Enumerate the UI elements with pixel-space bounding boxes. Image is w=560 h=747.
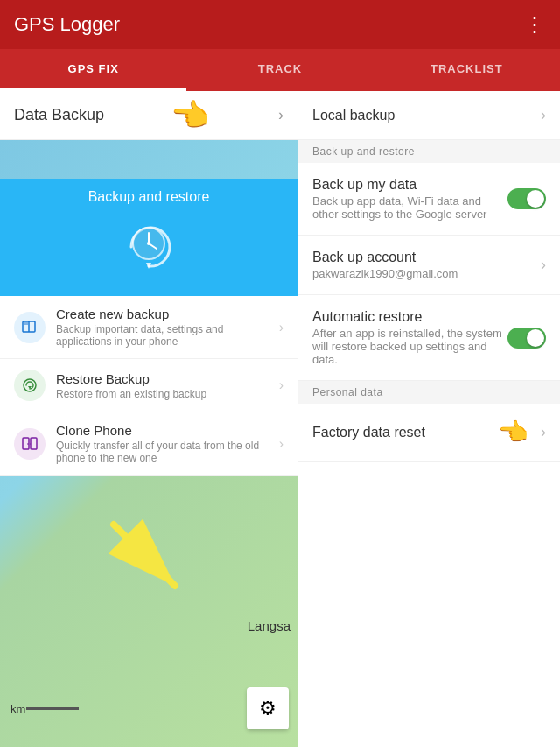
restore-backup-item[interactable]: Restore Backup Restore from an existing … — [0, 359, 298, 412]
local-backup-chevron: › — [541, 106, 546, 124]
section-backup-restore: Back up and restore — [298, 140, 560, 163]
svg-point-8 — [24, 379, 36, 391]
backup-restore-header: Backup and restore — [0, 179, 298, 296]
create-backup-label: Create new backup — [56, 307, 279, 321]
clock-icon — [114, 212, 184, 282]
data-backup-card[interactable]: Data Backup 👉 › — [0, 91, 298, 140]
factory-reset-content: Factory data reset — [312, 425, 498, 440]
backup-account-chevron: › — [541, 256, 546, 274]
clone-phone-chevron: › — [279, 436, 284, 452]
automatic-restore-subtitle: After an app is reinstalled, the system … — [312, 327, 508, 366]
backup-restore-title: Backup and restore — [88, 189, 210, 205]
local-backup-item[interactable]: Local backup › — [298, 91, 560, 140]
scale-bar — [26, 707, 79, 710]
clone-phone-desc: Quickly transfer all of your data from t… — [56, 440, 279, 464]
toggle-knob — [527, 190, 544, 208]
restore-backup-desc: Restore from an existing backup — [56, 388, 279, 400]
backup-account-content: Back up account pakwarazik1990@gmail.com — [312, 250, 534, 280]
clone-phone-item[interactable]: Clone Phone Quickly transfer all of your… — [0, 412, 298, 476]
km-label: km — [10, 702, 25, 715]
clock-icon-container — [114, 212, 184, 282]
settings-button[interactable]: ⚙ — [247, 687, 289, 729]
factory-reset-chevron: › — [541, 423, 546, 441]
automatic-restore-content: Automatic restore After an app is reinst… — [312, 309, 508, 366]
svg-point-4 — [147, 242, 150, 245]
create-backup-chevron: › — [279, 320, 284, 335]
svg-rect-7 — [24, 322, 28, 325]
auto-restore-knob — [527, 329, 544, 347]
settings-icon: ⚙ — [259, 697, 276, 720]
app-title: GPS Logger — [14, 13, 120, 36]
hand-pointer-icon: 👉 — [172, 97, 211, 134]
automatic-restore-toggle[interactable] — [508, 328, 546, 349]
factory-reset-title: Factory data reset — [312, 425, 498, 440]
section-personal-data: Personal data — [298, 381, 560, 404]
create-backup-text: Create new backup Backup important data,… — [56, 307, 279, 348]
backup-my-data-title: Back up my data — [312, 177, 508, 193]
city-label: Langsa — [248, 618, 290, 633]
automatic-restore-item[interactable]: Automatic restore After an app is reinst… — [298, 295, 560, 381]
factory-reset-item[interactable]: Factory data reset 👈 › — [298, 404, 560, 462]
backup-account-title: Back up account — [312, 250, 534, 265]
restore-backup-label: Restore Backup — [56, 371, 279, 386]
backup-my-data-toggle[interactable] — [508, 188, 546, 209]
create-backup-desc: Backup important data, settings and appl… — [56, 323, 279, 348]
clone-phone-text: Clone Phone Quickly transfer all of your… — [56, 423, 279, 464]
data-backup-title: Data Backup — [14, 106, 104, 124]
tab-tracklist[interactable]: TRACKLIST — [374, 49, 560, 91]
local-backup-title: Local backup — [312, 108, 534, 123]
backup-my-data-content: Back up my data Back up app data, Wi-Fi … — [312, 177, 508, 221]
chevron-right-icon: › — [278, 106, 284, 124]
clone-phone-label: Clone Phone — [56, 423, 279, 438]
backup-my-data-subtitle: Back up app data, Wi-Fi data and other s… — [312, 194, 508, 221]
right-panel: Local backup › Back up and restore Back … — [298, 91, 560, 747]
tab-track[interactable]: TRACK — [186, 49, 373, 91]
clone-phone-icon — [14, 428, 46, 460]
more-options-icon[interactable]: ⋮ — [524, 12, 546, 37]
backup-account-item[interactable]: Back up account pakwarazik1990@gmail.com… — [298, 236, 560, 295]
backup-my-data-item[interactable]: Back up my data Back up app data, Wi-Fi … — [298, 163, 560, 236]
backup-restore-card: Backup and restore — [0, 179, 298, 476]
automatic-restore-title: Automatic restore — [312, 309, 508, 325]
restore-backup-chevron: › — [279, 377, 284, 393]
left-panel: Data Backup 👉 › Backup and restore — [0, 91, 298, 747]
local-backup-content: Local backup — [312, 108, 534, 123]
svg-rect-11 — [31, 438, 37, 449]
restore-backup-icon — [14, 370, 46, 401]
create-backup-icon — [14, 312, 46, 343]
tab-bar: GPS FIX TRACK TRACKLIST — [0, 49, 560, 91]
backup-account-subtitle: pakwarazik1990@gmail.com — [312, 267, 534, 280]
tab-gps-fix[interactable]: GPS FIX — [0, 49, 186, 91]
app-bar: GPS Logger ⋮ — [0, 0, 560, 49]
restore-backup-text: Restore Backup Restore from an existing … — [56, 371, 279, 400]
main-content: Data Backup 👉 › Backup and restore — [0, 91, 560, 747]
create-backup-item[interactable]: Create new backup Backup important data,… — [0, 296, 298, 359]
hand-pointer-factory-icon: 👈 — [498, 418, 528, 447]
